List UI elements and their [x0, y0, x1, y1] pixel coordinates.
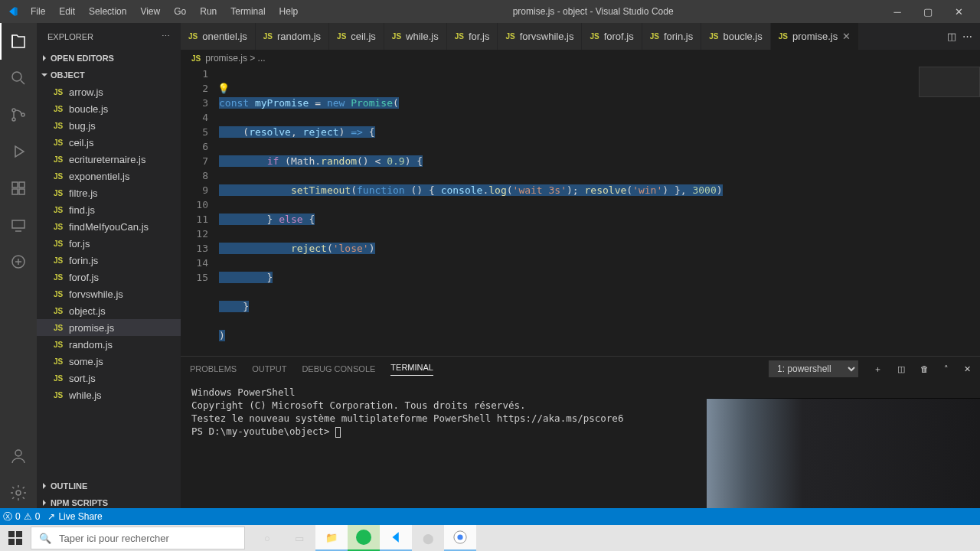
breadcrumb[interactable]: promise.js > ... — [181, 50, 980, 67]
svg-rect-13 — [16, 531, 22, 537]
split-terminal-icon[interactable]: ◫ — [897, 364, 905, 374]
vscode-taskbar-icon[interactable] — [380, 525, 412, 551]
menu-help[interactable]: Help — [273, 3, 305, 20]
lightbulb-icon[interactable]: 💡 — [217, 81, 230, 96]
menu-bar: File Edit Selection View Go Run Terminal… — [24, 3, 304, 20]
file-item[interactable]: object.js — [37, 302, 181, 319]
extensions-icon[interactable] — [0, 170, 37, 207]
close-panel-icon[interactable]: ✕ — [964, 364, 971, 374]
file-item[interactable]: boucle.js — [37, 100, 181, 117]
start-button[interactable] — [0, 525, 31, 551]
search-icon[interactable] — [0, 60, 37, 96]
tab-debug-console[interactable]: DEBUG CONSOLE — [302, 364, 375, 373]
code-content[interactable]: 💡 const myPromise = new Promise( (resolv… — [219, 67, 980, 356]
tab-problems[interactable]: PROBLEMS — [190, 364, 237, 373]
svg-rect-7 — [19, 189, 24, 194]
tab[interactable]: ceil.js — [329, 23, 384, 50]
menu-terminal[interactable]: Terminal — [224, 3, 271, 20]
file-item[interactable]: find.js — [37, 201, 181, 218]
new-terminal-icon[interactable]: ＋ — [874, 364, 882, 375]
file-explorer-icon[interactable]: 📁 — [315, 525, 348, 551]
section-open-editors[interactable]: OPEN EDITORS — [37, 50, 181, 67]
chevron-up-icon[interactable]: ˄ — [944, 364, 949, 374]
menu-go[interactable]: Go — [168, 3, 192, 20]
menu-file[interactable]: File — [24, 3, 51, 20]
menu-run[interactable]: Run — [194, 3, 223, 20]
file-item[interactable]: while.js — [37, 386, 181, 403]
explorer-icon[interactable] — [0, 23, 37, 60]
source-control-icon[interactable] — [0, 96, 37, 133]
tab[interactable]: boucle.js — [701, 23, 771, 50]
section-outline[interactable]: OUTLINE — [37, 478, 181, 494]
file-item[interactable]: arrow.js — [37, 83, 181, 100]
svg-rect-4 — [12, 182, 18, 187]
file-item[interactable]: filtre.js — [37, 184, 181, 201]
spotify-icon[interactable] — [348, 525, 380, 551]
file-item[interactable]: ecritureternaire.js — [37, 151, 181, 168]
liveshare-icon[interactable] — [0, 243, 37, 280]
more-actions-icon[interactable]: ⋯ — [962, 31, 972, 42]
tab[interactable]: forof.js — [582, 23, 642, 50]
tab-output[interactable]: OUTPUT — [252, 364, 286, 373]
tab[interactable]: forin.js — [642, 23, 702, 50]
file-item[interactable]: ceil.js — [37, 134, 181, 151]
account-icon[interactable] — [0, 438, 37, 474]
status-errors[interactable]: ⓧ 0 ⚠ 0 — [3, 510, 40, 523]
chrome-icon[interactable] — [444, 525, 476, 551]
tab-close-icon[interactable]: ✕ — [842, 31, 851, 42]
vscode-icon — [6, 5, 18, 18]
tab[interactable]: forvswhile.js — [498, 23, 582, 50]
code-editor[interactable]: 123456789101112131415 💡 const myPromise … — [181, 67, 980, 356]
debug-icon[interactable] — [0, 133, 37, 170]
sidebar: EXPLORER ⋯ OPEN EDITORS OBJECT arrow.js … — [37, 23, 181, 511]
file-item[interactable]: findMeIfyouCan.js — [37, 218, 181, 235]
task-view-icon[interactable]: ▭ — [283, 525, 315, 551]
search-icon: 🔍 — [39, 533, 51, 544]
svg-rect-8 — [12, 220, 24, 228]
minimap[interactable] — [919, 67, 980, 97]
file-item[interactable]: for.js — [37, 235, 181, 252]
section-folder[interactable]: OBJECT — [37, 67, 181, 83]
file-item[interactable]: forin.js — [37, 252, 181, 269]
file-item[interactable]: promise.js — [37, 319, 181, 336]
window-title: promise.js - object - Visual Studio Code — [304, 6, 882, 17]
windows-taskbar: 🔍 Taper ici pour rechercher ○ ▭ 📁 ⬤ — [0, 525, 980, 551]
line-numbers: 123456789101112131415 — [181, 67, 219, 356]
obs-icon[interactable]: ⬤ — [412, 525, 444, 551]
close-icon[interactable]: ✕ — [943, 0, 974, 23]
svg-point-10 — [15, 450, 21, 456]
titlebar: File Edit Selection View Go Run Terminal… — [0, 0, 980, 23]
maximize-icon[interactable]: ▢ — [913, 0, 943, 23]
svg-point-2 — [12, 118, 15, 121]
menu-selection[interactable]: Selection — [83, 3, 132, 20]
activity-bar — [0, 23, 37, 511]
svg-point-0 — [12, 72, 21, 81]
svg-point-1 — [12, 109, 15, 112]
file-item[interactable]: exponentiel.js — [37, 168, 181, 184]
file-item[interactable]: forvswhile.js — [37, 285, 181, 302]
trash-icon[interactable]: 🗑 — [920, 364, 929, 373]
menu-edit[interactable]: Edit — [53, 3, 81, 20]
taskbar-search[interactable]: 🔍 Taper ici pour rechercher — [31, 527, 245, 549]
more-icon[interactable]: ⋯ — [162, 31, 170, 41]
split-editor-icon[interactable]: ◫ — [947, 31, 956, 42]
tab[interactable]: random.js — [256, 23, 329, 50]
tab[interactable]: onentiel.js — [181, 23, 256, 50]
terminal-select[interactable]: 1: powershell — [769, 360, 858, 377]
file-item[interactable]: sort.js — [37, 370, 181, 386]
menu-view[interactable]: View — [134, 3, 166, 20]
svg-rect-6 — [12, 189, 18, 194]
minimize-icon[interactable]: ─ — [882, 0, 913, 23]
remote-icon[interactable] — [0, 207, 37, 243]
cortana-icon[interactable]: ○ — [251, 525, 283, 551]
file-item[interactable]: forof.js — [37, 269, 181, 285]
status-live-share[interactable]: ↗ Live Share — [47, 511, 102, 522]
file-item[interactable]: some.js — [37, 353, 181, 370]
settings-icon[interactable] — [0, 474, 37, 511]
tab[interactable]: promise.js✕ — [771, 23, 859, 50]
file-item[interactable]: bug.js — [37, 117, 181, 134]
tab[interactable]: while.js — [384, 23, 447, 50]
tab[interactable]: for.js — [447, 23, 498, 50]
tab-terminal[interactable]: TERMINAL — [390, 363, 433, 376]
file-item[interactable]: random.js — [37, 336, 181, 353]
